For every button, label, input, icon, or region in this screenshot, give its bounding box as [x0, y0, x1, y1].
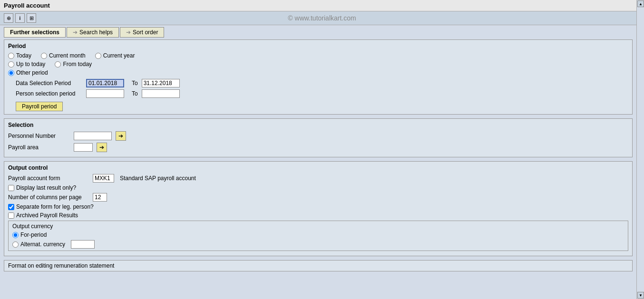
radio-today-label: Today: [16, 52, 31, 59]
radio-current-month-label: Current month: [49, 52, 86, 59]
output-control-section: Output control Payroll account form Stan…: [4, 161, 633, 256]
scroll-up-btn[interactable]: ▲: [637, 0, 644, 7]
personnel-number-input[interactable]: [74, 132, 112, 140]
radio-other-period-input[interactable]: [8, 70, 14, 76]
back-icon[interactable]: ⊕: [4, 13, 13, 23]
archived-label: Archived Payroll Results: [16, 212, 78, 219]
personnel-number-label: Personnel Number: [8, 133, 70, 139]
separate-form-checkbox[interactable]: [8, 204, 14, 210]
info-icon[interactable]: i: [15, 13, 25, 23]
radio-up-to-today-input[interactable]: [8, 61, 14, 68]
radio-from-today: From today: [55, 61, 92, 68]
radio-up-to-today: Up to today: [8, 61, 45, 68]
archived-row: Archived Payroll Results: [8, 212, 628, 219]
person-selection-label: Person selection period: [16, 90, 82, 97]
radio-today-input[interactable]: [8, 53, 14, 59]
watermark: © www.tutorialkart.com: [288, 14, 356, 22]
for-period-row: For-period: [12, 231, 624, 238]
period-section-title: Period: [8, 43, 628, 49]
data-selection-row: Data Selection Period To: [16, 79, 628, 87]
radio-up-to-today-label: Up to today: [16, 61, 45, 68]
currency-title: Output currency: [12, 223, 624, 230]
payroll-form-label: Payroll account form: [8, 175, 89, 182]
for-period-label: For-period: [20, 231, 47, 238]
period-section: Period Today Current month Current year …: [4, 39, 633, 115]
payroll-area-label: Payroll area: [8, 144, 70, 151]
nav-icon[interactable]: ⊞: [27, 13, 36, 23]
radio-current-year: Current year: [95, 52, 135, 59]
scroll-down-btn[interactable]: ▼: [637, 292, 644, 299]
display-last-label: Display last result only?: [16, 184, 76, 191]
selection-section-title: Selection: [8, 122, 628, 128]
payroll-form-input[interactable]: [93, 174, 114, 183]
radio-other-period: Other period: [8, 69, 628, 76]
archived-checkbox[interactable]: [8, 212, 14, 219]
selection-section: Selection Personnel Number ➔ Payroll are…: [4, 118, 633, 157]
tab-bar: Further selections ➔ Search helps ➔ Sort…: [4, 27, 633, 38]
person-selection-to-input[interactable]: [142, 89, 180, 98]
payroll-period-button[interactable]: Payroll period: [16, 102, 63, 111]
columns-row: Number of columns per page: [8, 193, 628, 202]
payroll-area-row: Payroll area ➔: [8, 143, 628, 152]
display-last-row: Display last result only?: [8, 184, 628, 191]
personnel-number-arrow-btn[interactable]: ➔: [116, 131, 126, 141]
currency-section: Output currency For-period Alternat. cur…: [8, 221, 628, 251]
tab-sort-order-label: Sort order: [133, 29, 158, 36]
tab-further-selections[interactable]: Further selections: [4, 27, 66, 38]
title-bar: Payroll account: [0, 0, 644, 11]
main-content: Further selections ➔ Search helps ➔ Sort…: [0, 25, 644, 299]
toolbar-icons: ⊕ i ⊞: [4, 13, 36, 23]
payroll-form-row: Payroll account form Standard SAP payrol…: [8, 174, 628, 183]
tab-sort-order[interactable]: ➔ Sort order: [120, 27, 164, 38]
data-selection-to-input[interactable]: [142, 79, 180, 87]
personnel-number-row: Personnel Number ➔: [8, 131, 628, 141]
alternat-input[interactable]: [71, 240, 95, 249]
search-helps-arrow: ➔: [73, 29, 78, 36]
columns-label: Number of columns per page: [8, 194, 89, 201]
period-radio-row1: Today Current month Current year: [8, 52, 628, 59]
period-radio-row2: Up to today From today: [8, 61, 628, 68]
data-selection-from-input[interactable]: [86, 79, 124, 87]
sort-order-arrow: ➔: [126, 29, 131, 36]
separate-form-label: Separate form for leg. person?: [16, 203, 94, 210]
person-selection-from-input[interactable]: [86, 89, 124, 98]
global-scrollbar: ▲ ▼: [636, 0, 644, 299]
alternat-radio[interactable]: [12, 241, 19, 248]
tab-search-helps[interactable]: ➔ Search helps: [67, 27, 119, 38]
format-title: Format on editing remuneration statement: [8, 262, 114, 269]
payroll-area-arrow-btn[interactable]: ➔: [97, 143, 107, 152]
radio-current-year-label: Current year: [103, 52, 135, 59]
person-selection-row: Person selection period To: [16, 89, 628, 98]
radio-current-month: Current month: [41, 52, 86, 59]
output-control-title: Output control: [8, 164, 628, 171]
tab-further-selections-label: Further selections: [10, 29, 59, 36]
payroll-area-input[interactable]: [74, 143, 93, 152]
page-title: Payroll account: [4, 2, 50, 9]
separate-form-row: Separate form for leg. person?: [8, 203, 628, 210]
columns-input[interactable]: [93, 193, 107, 202]
format-section: Format on editing remuneration statement: [4, 260, 633, 271]
display-last-checkbox[interactable]: [8, 185, 14, 191]
radio-from-today-input[interactable]: [55, 61, 61, 68]
radio-from-today-label: From today: [63, 61, 92, 68]
tab-search-helps-label: Search helps: [79, 29, 113, 36]
to-label-2: To: [132, 90, 138, 97]
to-label-1: To: [132, 80, 138, 87]
radio-other-period-label: Other period: [16, 69, 48, 76]
radio-current-month-input[interactable]: [41, 53, 47, 59]
data-selection-label: Data Selection Period: [16, 80, 82, 87]
toolbar: ⊕ i ⊞ © www.tutorialkart.com: [0, 11, 644, 25]
alternat-label: Alternat. currency: [20, 241, 65, 248]
radio-today: Today: [8, 52, 31, 59]
radio-current-year-input[interactable]: [95, 53, 101, 59]
alternat-row: Alternat. currency: [12, 240, 624, 249]
for-period-radio[interactable]: [12, 232, 19, 238]
payroll-form-desc: Standard SAP payroll account: [120, 175, 196, 182]
